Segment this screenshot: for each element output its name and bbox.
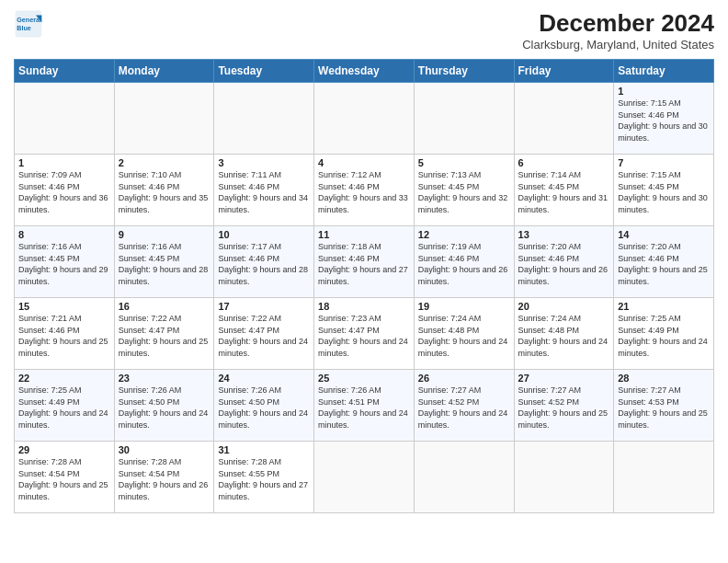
calendar-cell — [514, 442, 614, 513]
day-number: 3 — [218, 157, 310, 168]
calendar-cell: 1Sunrise: 7:09 AM Sunset: 4:46 PM Daylig… — [15, 155, 115, 226]
calendar-cell: 16Sunrise: 7:22 AM Sunset: 4:47 PM Dayli… — [114, 298, 214, 370]
day-info: Sunrise: 7:21 AM Sunset: 4:46 PM Dayligh… — [18, 313, 110, 359]
calendar-cell: 13Sunrise: 7:20 AM Sunset: 4:46 PM Dayli… — [514, 226, 614, 298]
calendar-cell — [114, 83, 214, 155]
day-info: Sunrise: 7:11 AM Sunset: 4:46 PM Dayligh… — [218, 169, 310, 215]
calendar-cell: 26Sunrise: 7:27 AM Sunset: 4:52 PM Dayli… — [414, 370, 514, 442]
day-number: 12 — [418, 229, 510, 240]
logo-icon: General Blue — [14, 9, 43, 39]
day-number: 6 — [518, 157, 610, 168]
day-number: 5 — [418, 157, 510, 168]
calendar-cell: 18Sunrise: 7:23 AM Sunset: 4:47 PM Dayli… — [314, 298, 415, 370]
calendar-week-row: 1Sunrise: 7:09 AM Sunset: 4:46 PM Daylig… — [15, 155, 714, 226]
calendar-cell: 14Sunrise: 7:20 AM Sunset: 4:46 PM Dayli… — [614, 226, 714, 298]
calendar-week-row: 29Sunrise: 7:28 AM Sunset: 4:54 PM Dayli… — [15, 442, 714, 513]
day-number: 25 — [318, 373, 410, 384]
day-info: Sunrise: 7:26 AM Sunset: 4:50 PM Dayligh… — [218, 385, 310, 431]
day-info: Sunrise: 7:15 AM Sunset: 4:46 PM Dayligh… — [618, 98, 710, 144]
day-info: Sunrise: 7:14 AM Sunset: 4:45 PM Dayligh… — [518, 169, 610, 215]
day-number: 28 — [618, 373, 710, 384]
calendar-cell: 15Sunrise: 7:21 AM Sunset: 4:46 PM Dayli… — [15, 298, 115, 370]
day-info: Sunrise: 7:15 AM Sunset: 4:45 PM Dayligh… — [618, 169, 710, 215]
calendar-cell: 30Sunrise: 7:28 AM Sunset: 4:54 PM Dayli… — [114, 442, 214, 513]
day-number: 27 — [518, 373, 610, 384]
day-number: 29 — [18, 444, 110, 455]
calendar-cell: 27Sunrise: 7:27 AM Sunset: 4:52 PM Dayli… — [514, 370, 614, 442]
calendar-table: SundayMondayTuesdayWednesdayThursdayFrid… — [14, 59, 714, 513]
day-number: 22 — [18, 373, 110, 384]
calendar-cell — [15, 83, 115, 155]
day-number: 15 — [18, 301, 110, 312]
calendar-header-row: SundayMondayTuesdayWednesdayThursdayFrid… — [15, 60, 714, 83]
day-info: Sunrise: 7:25 AM Sunset: 4:49 PM Dayligh… — [618, 313, 710, 359]
day-info: Sunrise: 7:12 AM Sunset: 4:46 PM Dayligh… — [318, 169, 410, 215]
day-number: 11 — [318, 229, 410, 240]
day-number: 23 — [119, 373, 210, 384]
svg-text:Blue: Blue — [17, 24, 31, 32]
calendar-cell: 12Sunrise: 7:19 AM Sunset: 4:46 PM Dayli… — [414, 226, 514, 298]
day-info: Sunrise: 7:27 AM Sunset: 4:52 PM Dayligh… — [418, 385, 510, 431]
calendar-cell — [214, 83, 314, 155]
header-monday: Monday — [114, 60, 214, 83]
day-info: Sunrise: 7:24 AM Sunset: 4:48 PM Dayligh… — [418, 313, 510, 359]
header-tuesday: Tuesday — [214, 60, 314, 83]
calendar-cell: 4Sunrise: 7:12 AM Sunset: 4:46 PM Daylig… — [314, 155, 415, 226]
calendar-cell: 1Sunrise: 7:15 AM Sunset: 4:46 PM Daylig… — [614, 83, 714, 155]
day-number: 14 — [618, 229, 710, 240]
day-number: 26 — [418, 373, 510, 384]
day-number: 21 — [618, 301, 710, 312]
calendar-cell: 23Sunrise: 7:26 AM Sunset: 4:50 PM Dayli… — [114, 370, 214, 442]
calendar-cell: 28Sunrise: 7:27 AM Sunset: 4:53 PM Dayli… — [614, 370, 714, 442]
calendar-cell — [414, 442, 514, 513]
day-info: Sunrise: 7:09 AM Sunset: 4:46 PM Dayligh… — [18, 169, 110, 215]
calendar-cell — [314, 83, 415, 155]
day-number: 1 — [18, 157, 110, 168]
day-number: 7 — [618, 157, 710, 168]
day-number: 18 — [318, 301, 410, 312]
calendar-cell: 10Sunrise: 7:17 AM Sunset: 4:46 PM Dayli… — [214, 226, 314, 298]
day-info: Sunrise: 7:16 AM Sunset: 4:45 PM Dayligh… — [18, 241, 110, 287]
day-info: Sunrise: 7:27 AM Sunset: 4:53 PM Dayligh… — [618, 385, 710, 431]
day-number: 17 — [218, 301, 310, 312]
calendar-cell: 11Sunrise: 7:18 AM Sunset: 4:46 PM Dayli… — [314, 226, 415, 298]
calendar-cell: 31Sunrise: 7:28 AM Sunset: 4:55 PM Dayli… — [214, 442, 314, 513]
day-info: Sunrise: 7:26 AM Sunset: 4:50 PM Dayligh… — [119, 385, 210, 431]
day-info: Sunrise: 7:23 AM Sunset: 4:47 PM Dayligh… — [318, 313, 410, 359]
day-number: 8 — [18, 229, 110, 240]
day-info: Sunrise: 7:22 AM Sunset: 4:47 PM Dayligh… — [119, 313, 210, 359]
calendar-cell: 24Sunrise: 7:26 AM Sunset: 4:50 PM Dayli… — [214, 370, 314, 442]
calendar-cell — [414, 83, 514, 155]
calendar-week-row: 22Sunrise: 7:25 AM Sunset: 4:49 PM Dayli… — [15, 370, 714, 442]
day-info: Sunrise: 7:22 AM Sunset: 4:47 PM Dayligh… — [218, 313, 310, 359]
calendar-cell: 17Sunrise: 7:22 AM Sunset: 4:47 PM Dayli… — [214, 298, 314, 370]
day-info: Sunrise: 7:25 AM Sunset: 4:49 PM Dayligh… — [18, 385, 110, 431]
header-thursday: Thursday — [414, 60, 514, 83]
calendar-cell: 6Sunrise: 7:14 AM Sunset: 4:45 PM Daylig… — [514, 155, 614, 226]
day-number: 9 — [119, 229, 210, 240]
day-number: 20 — [518, 301, 610, 312]
day-info: Sunrise: 7:19 AM Sunset: 4:46 PM Dayligh… — [418, 241, 510, 287]
day-info: Sunrise: 7:24 AM Sunset: 4:48 PM Dayligh… — [518, 313, 610, 359]
calendar-cell — [514, 83, 614, 155]
subtitle: Clarksburg, Maryland, United States — [522, 38, 714, 52]
calendar-week-row: 8Sunrise: 7:16 AM Sunset: 4:45 PM Daylig… — [15, 226, 714, 298]
day-info: Sunrise: 7:28 AM Sunset: 4:54 PM Dayligh… — [119, 456, 210, 502]
calendar-week-row: 15Sunrise: 7:21 AM Sunset: 4:46 PM Dayli… — [15, 298, 714, 370]
day-number: 16 — [119, 301, 210, 312]
calendar-cell: 25Sunrise: 7:26 AM Sunset: 4:51 PM Dayli… — [314, 370, 415, 442]
calendar-page: General Blue December 2024 Clarksburg, M… — [0, 0, 728, 563]
calendar-cell: 9Sunrise: 7:16 AM Sunset: 4:45 PM Daylig… — [114, 226, 214, 298]
calendar-cell: 7Sunrise: 7:15 AM Sunset: 4:45 PM Daylig… — [614, 155, 714, 226]
calendar-cell: 20Sunrise: 7:24 AM Sunset: 4:48 PM Dayli… — [514, 298, 614, 370]
calendar-cell: 29Sunrise: 7:28 AM Sunset: 4:54 PM Dayli… — [15, 442, 115, 513]
header-sunday: Sunday — [15, 60, 115, 83]
day-number: 10 — [218, 229, 310, 240]
day-info: Sunrise: 7:13 AM Sunset: 4:45 PM Dayligh… — [418, 169, 510, 215]
day-info: Sunrise: 7:20 AM Sunset: 4:46 PM Dayligh… — [618, 241, 710, 287]
day-number: 4 — [318, 157, 410, 168]
day-number: 31 — [218, 444, 310, 455]
day-info: Sunrise: 7:28 AM Sunset: 4:54 PM Dayligh… — [18, 456, 110, 502]
header-saturday: Saturday — [614, 60, 714, 83]
day-number: 1 — [618, 86, 710, 97]
